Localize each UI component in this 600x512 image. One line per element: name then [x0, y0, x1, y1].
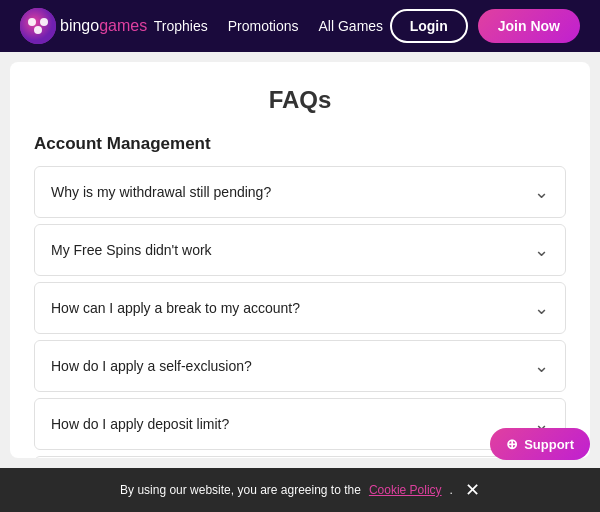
cookie-text-before: By using our website, you are agreeing t…: [120, 483, 361, 497]
logo: bingogames: [20, 8, 147, 44]
svg-point-2: [40, 18, 48, 26]
nav-promotions[interactable]: Promotions: [228, 18, 299, 34]
main-content: FAQs Account Management Why is my withdr…: [10, 62, 590, 458]
chevron-icon-0: ⌄: [534, 181, 549, 203]
faq-question-4: How do I apply deposit limit?: [51, 416, 229, 432]
cookie-policy-link[interactable]: Cookie Policy: [369, 483, 442, 497]
faq-item-5[interactable]: I can't login? ⌄: [34, 456, 566, 458]
support-button[interactable]: ⊕ Support: [490, 428, 590, 460]
faq-question-1: My Free Spins didn't work: [51, 242, 212, 258]
faq-list: Why is my withdrawal still pending? ⌄ My…: [34, 166, 566, 458]
chevron-icon-1: ⌄: [534, 239, 549, 261]
cookie-close-button[interactable]: ✕: [465, 481, 480, 499]
nav-all-games[interactable]: All Games: [319, 18, 384, 34]
chevron-icon-2: ⌄: [534, 297, 549, 319]
page-title: FAQs: [34, 86, 566, 114]
join-button[interactable]: Join Now: [478, 9, 580, 43]
support-label: Support: [524, 437, 574, 452]
chevron-icon-3: ⌄: [534, 355, 549, 377]
cookie-bar: By using our website, you are agreeing t…: [0, 468, 600, 512]
faq-item-4[interactable]: How do I apply deposit limit? ⌄: [34, 398, 566, 450]
faq-question-2: How can I apply a break to my account?: [51, 300, 300, 316]
logo-icon: [20, 8, 56, 44]
header: bingogames Trophies Promotions All Games…: [0, 0, 600, 52]
main-nav: Trophies Promotions All Games: [154, 18, 383, 34]
cookie-text-after: .: [450, 483, 453, 497]
login-button[interactable]: Login: [390, 9, 468, 43]
faq-question-0: Why is my withdrawal still pending?: [51, 184, 271, 200]
faq-item-2[interactable]: How can I apply a break to my account? ⌄: [34, 282, 566, 334]
support-icon: ⊕: [506, 436, 518, 452]
header-buttons: Login Join Now: [390, 9, 580, 43]
faq-question-3: How do I apply a self-exclusion?: [51, 358, 252, 374]
faq-item-3[interactable]: How do I apply a self-exclusion? ⌄: [34, 340, 566, 392]
section-title: Account Management: [34, 134, 566, 154]
faq-item-1[interactable]: My Free Spins didn't work ⌄: [34, 224, 566, 276]
faq-item-0[interactable]: Why is my withdrawal still pending? ⌄: [34, 166, 566, 218]
logo-text: bingogames: [60, 17, 147, 35]
nav-trophies[interactable]: Trophies: [154, 18, 208, 34]
svg-point-1: [28, 18, 36, 26]
svg-point-3: [34, 26, 42, 34]
